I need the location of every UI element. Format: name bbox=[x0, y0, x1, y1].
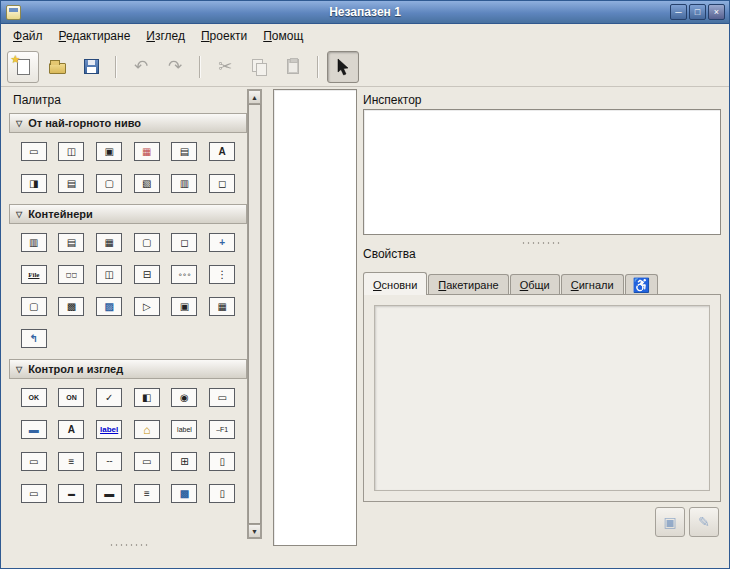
design-canvas[interactable] bbox=[273, 89, 357, 546]
maximize-button[interactable]: □ bbox=[689, 4, 706, 20]
palette-item-vscale[interactable]: ▯ bbox=[209, 452, 235, 471]
cut-icon: ✂ bbox=[218, 58, 232, 75]
pane-resize-grip[interactable] bbox=[521, 241, 561, 245]
palette-item-size-group[interactable]: ↰ bbox=[21, 329, 47, 348]
palette-item-toolbar[interactable]: ◻◻ bbox=[58, 265, 84, 284]
palette-section-toplevel[interactable]: ▽От най-горното ниво bbox=[9, 113, 247, 133]
palette-item-dialog[interactable]: ◫ bbox=[58, 142, 84, 161]
palette-item-combo-box-entry[interactable]: ▭ bbox=[21, 484, 47, 503]
palette-item-color-dialog[interactable]: ▧ bbox=[134, 174, 160, 193]
edit-widget-button[interactable]: ✎ bbox=[689, 507, 719, 537]
new-document-icon: ★ bbox=[17, 59, 30, 75]
palette-section-control[interactable]: ▽Контрол и изглед bbox=[9, 359, 247, 379]
palette-item-viewport[interactable]: ▦ bbox=[209, 297, 235, 316]
palette-item-menubar[interactable]: File bbox=[21, 265, 47, 284]
close-button[interactable]: × bbox=[708, 4, 725, 20]
tab-accessibility[interactable]: ♿ bbox=[625, 274, 658, 294]
palette-section-containers[interactable]: ▽Контейнери bbox=[9, 204, 247, 224]
palette-item-window[interactable]: ▭ bbox=[21, 142, 47, 161]
menu-help[interactable]: Помощ bbox=[255, 26, 311, 46]
palette-item-frame[interactable]: ◻ bbox=[171, 233, 197, 252]
palette-item-statusbar[interactable]: ▬ bbox=[96, 484, 122, 503]
open-button[interactable] bbox=[41, 51, 73, 83]
save-button[interactable] bbox=[75, 51, 107, 83]
palette-item-vpaned[interactable]: ⊟ bbox=[134, 265, 160, 284]
palette-item-table[interactable]: ▦ bbox=[96, 233, 122, 252]
window-menu-icon[interactable] bbox=[6, 5, 21, 20]
palette-item-text-view[interactable]: ≡ bbox=[58, 452, 84, 471]
palette-item-file-chooser-dialog[interactable]: ▤ bbox=[58, 174, 84, 193]
menu-projects[interactable]: Проекти bbox=[193, 26, 255, 46]
palette-item-accel-label[interactable]: –F1 bbox=[209, 420, 235, 439]
redo-button[interactable]: ↷ bbox=[159, 51, 191, 83]
scroll-up-icon[interactable]: ▲ bbox=[248, 90, 261, 104]
palette-item-input-dialog[interactable]: ◨ bbox=[21, 174, 47, 193]
toolbar-separator bbox=[115, 56, 117, 78]
palette-item-text-label[interactable]: label bbox=[171, 420, 197, 439]
palette-item-scrolled-window[interactable]: ▣ bbox=[171, 297, 197, 316]
palette-item-link-button[interactable]: label bbox=[96, 420, 122, 439]
menu-view[interactable]: Изглед bbox=[138, 26, 193, 46]
palette-item-hbox[interactable]: ▥ bbox=[21, 233, 47, 252]
palette-item-handle-box[interactable]: ∘∘∘ bbox=[171, 265, 197, 284]
inspector-title: Инспектор bbox=[363, 93, 422, 107]
palette-item-button[interactable]: OK bbox=[21, 388, 47, 407]
palette-item-image[interactable]: ▬ bbox=[21, 420, 47, 439]
palette-item-tree-view[interactable]: ≡ bbox=[134, 484, 160, 503]
copy-icon bbox=[251, 59, 267, 75]
palette-item-hscrollbar[interactable]: ▬ bbox=[58, 484, 84, 503]
palette-item-radio-button[interactable]: ◉ bbox=[171, 388, 197, 407]
palette-item-vbox[interactable]: ▤ bbox=[58, 233, 84, 252]
palette-item-vscrollbar[interactable]: ▯ bbox=[209, 484, 235, 503]
palette-item-toggle-button[interactable]: ON bbox=[58, 388, 84, 407]
palette-item-font-selection-dialog[interactable]: ▤ bbox=[171, 142, 197, 161]
palette-item-expander[interactable]: ▷ bbox=[134, 297, 160, 316]
tab-signals[interactable]: Сигнали bbox=[561, 274, 624, 294]
palette-item-combo-box[interactable]: ▭ bbox=[209, 388, 235, 407]
pane-resize-grip[interactable] bbox=[109, 543, 149, 547]
palette-item-spin-button[interactable]: ⊞ bbox=[171, 452, 197, 471]
cut-button[interactable]: ✂ bbox=[209, 51, 241, 83]
palette-item-icon-grid[interactable]: ▩ bbox=[171, 484, 197, 503]
palette-item-list-dialog[interactable]: ▥ bbox=[171, 174, 197, 193]
palette-section-label: Контейнери bbox=[28, 208, 93, 220]
titlebar[interactable]: Незапазен 1 ─ □ × bbox=[1, 1, 729, 24]
palette-item-alignment[interactable]: ▢ bbox=[21, 297, 47, 316]
palette-item-assistant[interactable]: ◻ bbox=[209, 174, 235, 193]
menu-edit[interactable]: Редактиране bbox=[51, 26, 139, 46]
palette-item-notebook[interactable]: ▢ bbox=[134, 233, 160, 252]
select-widget-icon: ▣ bbox=[663, 515, 676, 529]
palette-item-vbutton-box[interactable]: ⋮ bbox=[209, 265, 235, 284]
palette-item-image-button[interactable]: ⌂ bbox=[134, 420, 160, 439]
palette-item-label[interactable]: A bbox=[58, 420, 84, 439]
select-widget-button[interactable]: ▣ bbox=[655, 507, 685, 537]
palette-item-entry[interactable]: ▭ bbox=[21, 452, 47, 471]
palette-item-hscale[interactable]: ╌ bbox=[96, 452, 122, 471]
paste-button[interactable] bbox=[277, 51, 309, 83]
selector-button[interactable] bbox=[327, 51, 359, 83]
tab-packing[interactable]: Пакетиране bbox=[428, 274, 508, 294]
tab-common[interactable]: Общи bbox=[510, 274, 560, 294]
tab-general[interactable]: Основни bbox=[363, 272, 427, 295]
palette-item-check-button[interactable]: ✓ bbox=[96, 388, 122, 407]
copy-button[interactable] bbox=[243, 51, 275, 83]
palette-item-layout[interactable]: ▨ bbox=[96, 297, 122, 316]
minimize-button[interactable]: ─ bbox=[670, 4, 687, 20]
undo-button[interactable]: ↶ bbox=[125, 51, 157, 83]
palette-item-icon-view[interactable]: ▩ bbox=[58, 297, 84, 316]
palette-item-hpaned[interactable]: ◫ bbox=[96, 265, 122, 284]
scrollbar-thumb[interactable] bbox=[248, 104, 261, 524]
palette-item-fixed[interactable]: + bbox=[209, 233, 235, 252]
palette-item-color-selection-dialog[interactable]: ▦ bbox=[134, 142, 160, 161]
properties-page[interactable] bbox=[374, 305, 710, 491]
palette-item-property-dialog[interactable]: ▢ bbox=[96, 174, 122, 193]
palette-scrollbar[interactable]: ▲ ▼ bbox=[247, 89, 262, 539]
palette-item-message-dialog[interactable]: ▣ bbox=[96, 142, 122, 161]
palette-item-option-menu[interactable]: ◧ bbox=[134, 388, 160, 407]
palette-item-about-dialog[interactable]: A bbox=[209, 142, 235, 161]
palette-item-progress-bar[interactable]: ▭ bbox=[134, 452, 160, 471]
new-button[interactable]: ★ bbox=[7, 51, 39, 83]
inspector-view[interactable] bbox=[363, 109, 721, 235]
menu-file[interactable]: Файл bbox=[5, 26, 51, 46]
scroll-down-icon[interactable]: ▼ bbox=[248, 524, 261, 538]
